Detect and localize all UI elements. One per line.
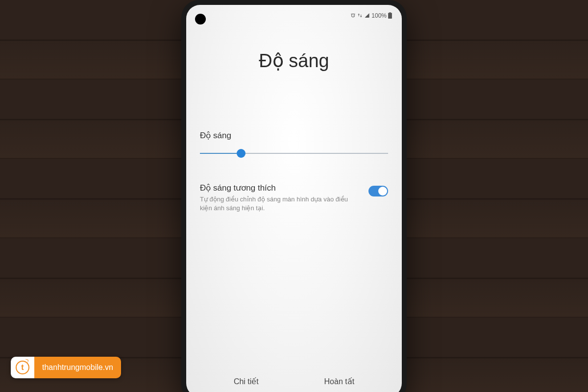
phone-frame: 100% Độ sáng Độ sáng Độ [181, 0, 407, 392]
watermark-logo-icon: t [16, 361, 29, 374]
bottom-bar: Chi tiết Hoàn tất [186, 368, 402, 392]
toggle-knob [378, 187, 387, 196]
page-title: Độ sáng [196, 50, 392, 72]
battery-percent: 100% [371, 12, 387, 19]
brightness-label: Độ sáng [200, 130, 388, 141]
detail-button[interactable]: Chi tiết [234, 377, 259, 386]
adaptive-text: Độ sáng tương thích Tự động điều chỉnh đ… [200, 183, 361, 213]
adaptive-brightness-row[interactable]: Độ sáng tương thích Tự động điều chỉnh đ… [200, 183, 388, 213]
slider-thumb[interactable] [237, 149, 245, 158]
brightness-slider-section: Độ sáng [200, 130, 388, 158]
watermark-text: thanhtrungmobile.vn [34, 357, 121, 378]
page-header: Độ sáng [186, 21, 402, 81]
adaptive-title: Độ sáng tương thích [200, 183, 361, 193]
signal-icon [364, 13, 370, 19]
adaptive-toggle[interactable] [368, 186, 388, 196]
slider-track-line [200, 153, 388, 154]
watermark-logo: t [11, 357, 34, 378]
battery-icon [388, 12, 392, 20]
content-area: Độ sáng Độ sáng tương thích Tự động điều… [186, 81, 402, 368]
phone-screen: 100% Độ sáng Độ sáng Độ [186, 5, 402, 392]
status-icons: 100% [350, 12, 392, 20]
watermark: t thanhtrungmobile.vn [11, 357, 121, 378]
status-bar: 100% [186, 5, 402, 21]
camera-punch-hole [195, 14, 206, 24]
data-icon [357, 13, 363, 19]
slider-fill [200, 153, 241, 154]
adaptive-description: Tự động điều chỉnh độ sáng màn hình dựa … [200, 195, 361, 213]
alarm-icon [350, 13, 356, 19]
done-button[interactable]: Hoàn tất [324, 377, 355, 386]
brightness-slider[interactable] [200, 148, 388, 158]
